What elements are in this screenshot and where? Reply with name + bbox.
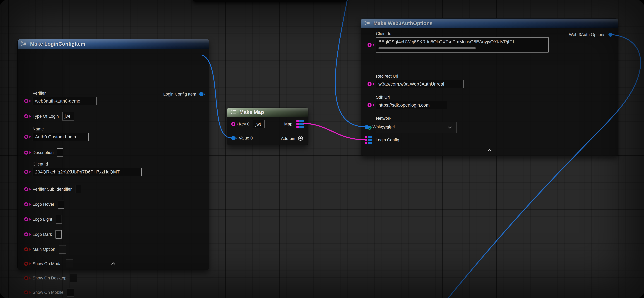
map-container-pin-icon[interactable] <box>296 120 304 128</box>
key0-label: Key 0 <box>239 122 250 126</box>
pin-row-verifier-sub-identifier: Verifier Sub Identifier <box>24 185 81 194</box>
type-of-login-field[interactable]: jwt <box>62 112 74 120</box>
logo-hover-input-pin[interactable] <box>24 202 28 206</box>
pin-row-map-out: Map <box>284 120 308 128</box>
field-label: Show On Mobile <box>32 290 64 295</box>
pin-row-logo-light: Logo Light <box>24 215 62 224</box>
client-id-input-pin[interactable] <box>368 43 372 47</box>
pin-row-value0: Value 0 <box>231 134 256 142</box>
offscreen-node-bottom-edge[interactable] <box>193 0 347 2</box>
pin-row-redirect-url: Redirect Url w3a://com.w3a.Web3AuthUnrea… <box>368 74 464 88</box>
client-id-value: BEglQSgt4cUWcj6SKRdu5QkOXTsePmMcusG5EAoy… <box>378 39 516 44</box>
node-title: Make LoginConfigItem <box>30 41 85 47</box>
description-input-pin[interactable] <box>24 150 28 154</box>
value0-label: Value 0 <box>239 136 253 140</box>
verifier-sub-identifier-field[interactable] <box>75 185 81 194</box>
logo-light-input-pin[interactable] <box>24 217 28 221</box>
pin-row-white-label: White Label <box>365 123 398 132</box>
field-label: Type Of Login <box>32 114 59 119</box>
description-field[interactable] <box>57 148 63 157</box>
show-on-mobile-input-pin[interactable] <box>24 290 28 294</box>
node-header-make-map: Make Map <box>227 108 308 117</box>
add-pin-button[interactable]: Add pin <box>281 134 308 143</box>
client-id-input-pin[interactable] <box>24 170 28 174</box>
logo-hover-field[interactable] <box>58 200 64 208</box>
chevron-down-icon <box>448 126 452 129</box>
logo-dark-input-pin[interactable] <box>24 232 28 236</box>
field-label: Sdk Url <box>376 95 444 100</box>
node-title: Make Map <box>240 109 264 115</box>
pin-row-login-config-item-out: Login Config Item <box>163 90 209 98</box>
field-label: Logo Dark <box>32 232 52 237</box>
logo-light-field[interactable] <box>56 215 62 224</box>
field-label: Login Config <box>376 138 399 142</box>
redirect-url-input-pin[interactable] <box>368 82 372 86</box>
show-on-desktop-input-pin[interactable] <box>24 276 28 280</box>
node-make-loginconfigitem[interactable]: Make LoginConfigItem Login Config Item V… <box>18 39 209 270</box>
login-config-item-output-pin[interactable] <box>199 92 204 96</box>
client-id-field[interactable]: BEglQSgt4cUWcj6SKRdu5QkOXTsePmMcusG5EAoy… <box>376 37 548 52</box>
make-struct-icon <box>364 20 371 27</box>
field-label: Verifier <box>32 91 93 96</box>
pin-row-sdk-url: Sdk Url https://sdk.openlogin.com <box>368 95 447 109</box>
main-option-input-pin[interactable] <box>24 247 28 252</box>
name-input-pin[interactable] <box>24 135 28 139</box>
verifier-sub-identifier-input-pin[interactable] <box>24 187 28 191</box>
main-option-checkbox[interactable] <box>59 245 66 254</box>
name-field[interactable]: Auth0 Custom Login <box>32 133 89 141</box>
pin-row-login-config: Login Config <box>365 135 403 145</box>
pin-row-show-on-modal: Show On Modal <box>24 259 73 268</box>
chevron-up-icon[interactable] <box>487 149 492 152</box>
pin-row-verifier: Verifier web3auth-auth0-demo <box>24 91 97 105</box>
pin-row-description: Description <box>24 148 63 157</box>
make-struct-icon <box>21 40 28 48</box>
field-label: Logo Hover <box>32 202 54 207</box>
field-label: Show On Modal <box>32 261 62 266</box>
show-on-modal-input-pin[interactable] <box>24 262 28 266</box>
pin-row-client-id: Client Id 294QRkchfq2YaXUbPri7D6PH7xzHgQ… <box>24 162 142 176</box>
value0-input-pin[interactable] <box>231 136 235 140</box>
field-label: White Label <box>372 125 395 130</box>
field-label: Verifier Sub Identifier <box>32 187 72 192</box>
show-on-modal-checkbox[interactable] <box>66 260 73 268</box>
field-label: Network <box>376 116 453 121</box>
horizontal-scrollbar[interactable] <box>378 47 476 49</box>
pin-row-logo-hover: Logo Hover <box>24 200 64 209</box>
key0-input-pin[interactable] <box>231 122 235 126</box>
blueprint-graph-canvas[interactable]: Make LoginConfigItem Login Config Item V… <box>0 0 644 298</box>
circle-plus-icon <box>298 136 303 142</box>
logo-dark-field[interactable] <box>56 230 62 238</box>
pin-row-key0: Key 0 jwt <box>231 120 265 128</box>
field-label: Logo Light <box>32 217 52 222</box>
field-label: Client Id <box>32 162 138 166</box>
pin-row-main-option: Main Option <box>24 245 66 254</box>
node-header-make-web3authoptions: Make Web3AuthOptions <box>361 18 618 28</box>
field-label: Redirect Url <box>376 74 460 79</box>
pin-row-client-id: Client Id BEglQSgt4cUWcj6SKRdu5QkOXTsePm… <box>368 31 548 52</box>
blueprint-editor-screen: Make LoginConfigItem Login Config Item V… <box>0 0 644 298</box>
field-label: Show On Desktop <box>32 276 66 280</box>
pin-row-logo-dark: Logo Dark <box>24 230 62 239</box>
node-title: Make Web3AuthOptions <box>374 20 432 26</box>
type-of-login-input-pin[interactable] <box>24 114 28 118</box>
show-on-mobile-checkbox[interactable] <box>67 288 74 296</box>
sdk-url-field[interactable]: https://sdk.openlogin.com <box>376 101 447 109</box>
chevron-up-icon[interactable] <box>111 262 116 266</box>
pin-row-name: Name Auth0 Custom Login <box>24 127 89 141</box>
sdk-url-input-pin[interactable] <box>368 103 372 107</box>
output-pin-label: Web 3Auth Options <box>569 32 605 37</box>
field-label: Main Option <box>32 247 55 252</box>
key0-field[interactable]: jwt <box>253 120 265 128</box>
client-id-field[interactable]: 294QRkchfq2YaXUbPri7D6PH7xzHgQMT <box>32 168 142 176</box>
pin-row-type-of-login: Type Of Login jwt <box>24 112 74 121</box>
verifier-input-pin[interactable] <box>24 99 28 103</box>
pin-row-show-on-mobile: Show On Mobile <box>24 288 74 297</box>
verifier-field[interactable]: web3auth-auth0-demo <box>32 97 97 105</box>
output-pin-label: Login Config Item <box>163 92 196 97</box>
show-on-desktop-checkbox[interactable] <box>70 274 77 282</box>
node-make-web3authoptions[interactable]: Make Web3AuthOptions Web 3Auth Options C… <box>361 18 618 156</box>
add-pin-label: Add pin <box>281 136 295 141</box>
make-map-list-icon <box>230 109 237 116</box>
node-make-map[interactable]: Make Map Key 0 jwt Map Value 0 Add pin <box>227 108 308 145</box>
redirect-url-field[interactable]: w3a://com.w3a.Web3AuthUnreal <box>376 80 464 88</box>
